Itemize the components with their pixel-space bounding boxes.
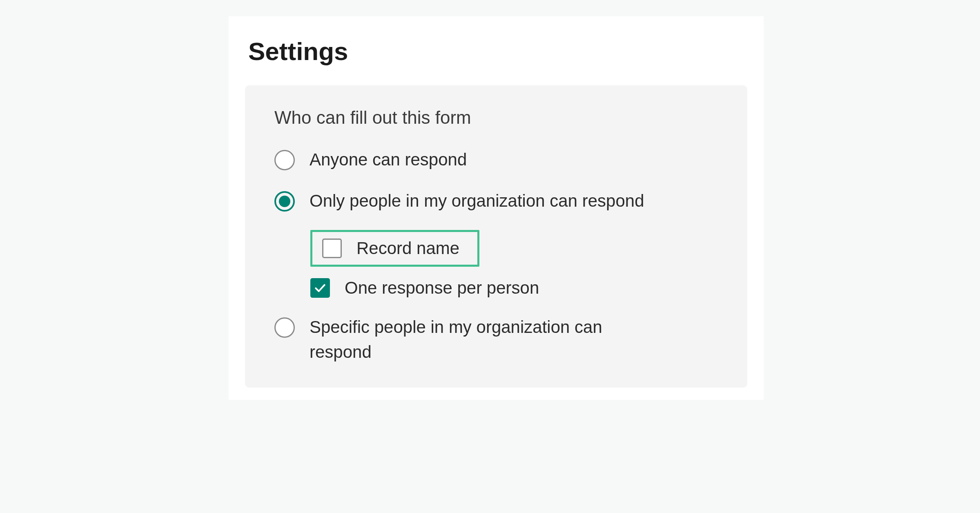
- checkbox-label[interactable]: Record name: [356, 239, 459, 258]
- sub-options: Record name One response per person: [310, 230, 723, 298]
- checkbox-row-one-response[interactable]: One response per person: [310, 278, 723, 298]
- checkbox-label: One response per person: [345, 278, 539, 298]
- who-can-fill-card: Who can fill out this form Anyone can re…: [245, 85, 747, 388]
- radio-label: Specific people in my organization can r…: [310, 315, 669, 365]
- check-icon: [314, 281, 327, 294]
- checkbox-row-record-name: Record name: [310, 230, 723, 267]
- radio-unchecked-icon: [274, 317, 295, 338]
- radio-unchecked-icon: [274, 150, 295, 170]
- panel-title: Settings: [245, 37, 747, 66]
- radio-checked-icon: [274, 191, 295, 212]
- section-heading: Who can fill out this form: [274, 107, 723, 128]
- radio-option-specific-people[interactable]: Specific people in my organization can r…: [274, 315, 723, 365]
- settings-panel: Settings Who can fill out this form Anyo…: [229, 16, 764, 400]
- checkbox-unchecked-icon[interactable]: [322, 239, 342, 258]
- highlight-annotation: Record name: [310, 230, 479, 267]
- radio-label: Only people in my organization can respo…: [310, 189, 644, 214]
- radio-label: Anyone can respond: [310, 147, 467, 172]
- radio-option-org-only[interactable]: Only people in my organization can respo…: [274, 189, 723, 214]
- checkbox-checked-icon: [310, 278, 330, 298]
- radio-option-anyone[interactable]: Anyone can respond: [274, 147, 723, 172]
